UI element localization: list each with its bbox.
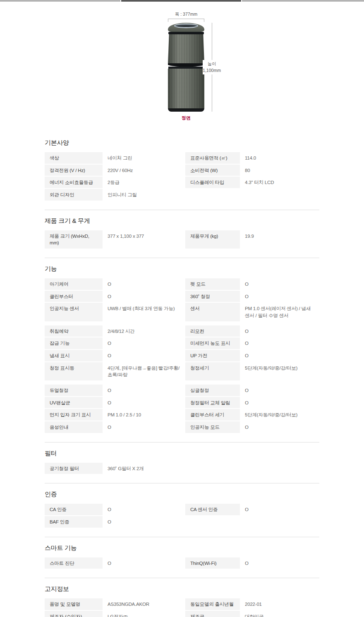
spec-value: O bbox=[240, 350, 319, 361]
spec-value: 377 x 1,100 x 377 bbox=[103, 230, 185, 249]
spec-value: O bbox=[103, 337, 185, 349]
spec-value: O bbox=[240, 504, 319, 515]
product-lower-body bbox=[168, 69, 204, 108]
spec-label: 청정필터 교체 알림 bbox=[185, 397, 240, 409]
spec-label: 360˚ 청정 bbox=[185, 291, 240, 302]
spec-value: O bbox=[240, 278, 319, 290]
spec-label bbox=[185, 516, 240, 528]
spec-value: LG전자㈜ bbox=[103, 611, 185, 617]
spec-value: 220V / 60Hz bbox=[103, 165, 185, 176]
spec-label bbox=[185, 463, 240, 474]
spec-value: 4.3" 터치 LCD bbox=[240, 177, 319, 188]
spec-value: 4단계, [매우나쁨→좋음] 빨강/주황/초록/파랑 bbox=[103, 362, 185, 380]
spec-value: O bbox=[103, 350, 185, 361]
spec-value: 360˚ G필터 X 2개 bbox=[103, 463, 185, 474]
spec-value bbox=[240, 516, 319, 528]
spec-value: 인피니티 그릴 bbox=[103, 189, 185, 201]
spec-value: UWB / 별매 (최대 3개 연동 가능) bbox=[103, 303, 185, 321]
spec-value: O bbox=[103, 516, 185, 528]
section-title: 제품 크기 & 무게 bbox=[45, 217, 319, 225]
spec-value: PM 1.0 센서(레이저 센서) / 냄새 센서 / 필터 수명 센서 bbox=[240, 303, 319, 321]
spec-label: 음성안내 bbox=[45, 421, 103, 433]
spec-value: O bbox=[240, 421, 319, 433]
spec-label: 디스플레이 타입 bbox=[185, 177, 240, 188]
spec-label: CA 인증 bbox=[45, 504, 103, 515]
spec-label: 잠금 기능 bbox=[45, 337, 103, 349]
section-title: 필터 bbox=[45, 450, 319, 457]
product-figure: 폭 : 377mm 높이 1,100mm 정면 bbox=[0, 12, 364, 124]
spec-label: 품명 및 모델명 bbox=[45, 598, 103, 610]
spec-value: O bbox=[103, 421, 185, 433]
spec-value: O bbox=[240, 337, 319, 349]
spec-section: 제품 크기 & 무게 제품 크기 (WxHxD, mm)377 x 1,100 … bbox=[45, 210, 319, 258]
section-title: 고지정보 bbox=[45, 585, 319, 593]
spec-table: 듀얼청정O싱글청정OUV팬살균O청정필터 교체 알림O먼지 입자 크기 표시PM… bbox=[45, 385, 319, 433]
spec-value: O bbox=[240, 385, 319, 396]
spec-value: 5단계(자동/약/중/강/터보) bbox=[240, 362, 319, 380]
spec-label: 외관 디자인 bbox=[45, 189, 103, 201]
spec-value: 80 bbox=[240, 165, 319, 176]
spec-label: 청정 표시등 bbox=[45, 362, 103, 380]
spec-value: 2/4/8/12 시간 bbox=[103, 325, 185, 337]
spec-value: O bbox=[240, 291, 319, 302]
width-dimension-label: 폭 : 377mm bbox=[168, 12, 204, 17]
spec-table: 아기케어O펫 모드O클린부스터O360˚ 청정O인공지능 센서UWB / 별매 … bbox=[45, 278, 319, 321]
spec-section: 기능 아기케어O펫 모드O클린부스터O360˚ 청정O인공지능 센서UWB / … bbox=[45, 258, 319, 442]
spec-table: 스마트 진단OThinQ(Wi-Fi)O bbox=[45, 557, 319, 569]
height-dimension: 높이 1,100mm bbox=[204, 23, 220, 112]
spec-label: 제품무게 (kg) bbox=[185, 230, 240, 249]
spec-value: 19.9 bbox=[240, 230, 319, 249]
spec-value: 대한민국 bbox=[240, 611, 319, 617]
front-view-label: 정면 bbox=[168, 115, 204, 121]
spec-value: AS353NGDA.AKOR bbox=[103, 598, 185, 610]
spec-value: O bbox=[240, 397, 319, 409]
spec-label: 소비전력 (W) bbox=[185, 165, 240, 176]
spec-value: 2등급 bbox=[103, 177, 185, 188]
spec-label: ThinQ(Wi-Fi) bbox=[185, 557, 240, 569]
width-dimension-line bbox=[168, 19, 204, 22]
spec-label: 청정세기 bbox=[185, 362, 240, 380]
width-dimension: 폭 : 377mm bbox=[168, 12, 204, 22]
spec-label: 클린부스터 세기 bbox=[185, 409, 240, 421]
spec-value: O bbox=[103, 504, 185, 515]
spec-section: 고지정보 품명 및 모델명AS353NGDA.AKOR동일모델의 출시년월202… bbox=[45, 578, 319, 617]
spec-label: 아기케어 bbox=[45, 278, 103, 290]
spec-value: 114.0 bbox=[240, 152, 319, 164]
spec-label: 표준사용면적 (㎡) bbox=[185, 152, 240, 164]
product-base bbox=[168, 108, 204, 112]
spec-value: O bbox=[103, 557, 185, 569]
scrollbar-thumb[interactable] bbox=[120, 0, 242, 2]
spec-section: 스마트 기능 스마트 진단OThinQ(Wi-Fi)O bbox=[45, 537, 319, 579]
spec-label: 제조자 (수입자) bbox=[45, 611, 103, 617]
spec-label: 색상 bbox=[45, 152, 103, 164]
spec-label: 공기청정 필터 bbox=[45, 463, 103, 474]
spec-value: O bbox=[240, 325, 319, 337]
spec-value: O bbox=[103, 291, 185, 302]
product-upper-body bbox=[168, 34, 204, 63]
spec-value: O bbox=[103, 397, 185, 409]
spec-label: 제품 크기 (WxHxD, mm) bbox=[45, 230, 103, 249]
spec-value: O bbox=[103, 385, 185, 396]
spec-label: 정격전원 (V / Hz) bbox=[45, 165, 103, 176]
spec-label: 냄새 표시 bbox=[45, 350, 103, 361]
spec-label: 먼지 입자 크기 표시 bbox=[45, 409, 103, 421]
spec-label: 리모컨 bbox=[185, 325, 240, 337]
spec-label bbox=[185, 189, 240, 201]
section-title: 기능 bbox=[45, 265, 319, 273]
spec-label: 미세먼지 농도 표시 bbox=[185, 337, 240, 349]
section-title: 인증 bbox=[45, 490, 319, 498]
spec-section: 필터 공기청정 필터360˚ G필터 X 2개 bbox=[45, 442, 319, 484]
product-display-ring bbox=[174, 24, 198, 28]
spec-label: 취침예약 bbox=[45, 325, 103, 337]
spec-value bbox=[240, 463, 319, 474]
spec-sections: 기본사양 색상네이처 그린표준사용면적 (㎡)114.0정격전원 (V / Hz… bbox=[45, 139, 319, 617]
spec-label: 싱글청정 bbox=[185, 385, 240, 396]
spec-label: BAF 인증 bbox=[45, 516, 103, 528]
spec-label: 클린부스터 bbox=[45, 291, 103, 302]
spec-table: 색상네이처 그린표준사용면적 (㎡)114.0정격전원 (V / Hz)220V… bbox=[45, 152, 319, 201]
section-title: 기본사양 bbox=[45, 139, 319, 147]
spec-table: 제품 크기 (WxHxD, mm)377 x 1,100 x 377제품무게 (… bbox=[45, 230, 319, 249]
spec-section: 기본사양 색상네이처 그린표준사용면적 (㎡)114.0정격전원 (V / Hz… bbox=[45, 139, 319, 210]
spec-table: 품명 및 모델명AS353NGDA.AKOR동일모델의 출시년월2022-01제… bbox=[45, 598, 319, 617]
spec-label: 센서 bbox=[185, 303, 240, 321]
